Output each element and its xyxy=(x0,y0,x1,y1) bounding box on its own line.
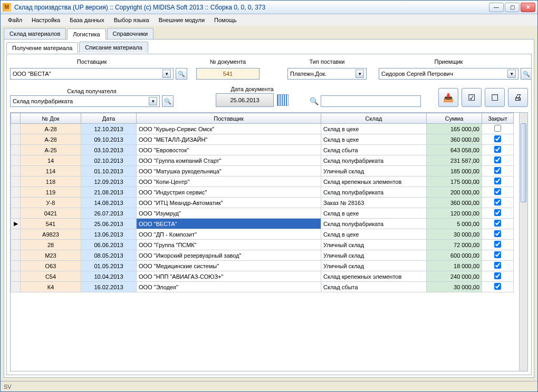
vertical-scrollbar[interactable] xyxy=(519,113,527,371)
menubar: ФайлНастройкаБаза данныхВыбор языкаВнешн… xyxy=(1,14,537,26)
table-row[interactable]: 11401.10.2013ООО "Матушка рукодельница"У… xyxy=(11,166,514,177)
close-button[interactable]: ✕ xyxy=(521,3,535,12)
receiver-combo[interactable]: Сидоров Сергей Петрович▾ xyxy=(379,68,518,80)
maximize-button[interactable]: ▢ xyxy=(505,3,520,12)
row-indicator xyxy=(11,208,21,219)
closed-checkbox[interactable] xyxy=(494,199,501,205)
closed-checkbox[interactable] xyxy=(494,283,501,290)
closed-checkbox[interactable] xyxy=(494,188,501,195)
docdate-button[interactable]: 25.06.2013 xyxy=(216,93,274,107)
table-row[interactable]: М2308.05.2013ООО "Ижорский резервуарный … xyxy=(11,250,514,261)
table-row[interactable]: С5410.04.2013ООО "НПП "АВИАГАЗ-СОЮЗ+"Скл… xyxy=(11,271,514,282)
warehouse-lookup-button[interactable]: 🔍 xyxy=(162,95,174,107)
closed-checkbox[interactable] xyxy=(494,135,501,142)
window-title: Склад произвдства (UP версия) :: Copyrig… xyxy=(14,4,489,11)
delivery-type-combo[interactable]: Платежн.Док.▾ xyxy=(287,68,367,80)
col-supplier[interactable]: Поставщик xyxy=(137,113,321,124)
row-indicator xyxy=(11,134,21,145)
main-tab-0[interactable]: Склад материалов xyxy=(4,28,66,39)
closed-checkbox[interactable] xyxy=(494,230,501,237)
table-row[interactable]: А-2503.10.2013ООО "Евровосток"Склад сбыт… xyxy=(11,145,514,155)
main-tab-2[interactable]: Справочники xyxy=(107,28,154,39)
row-indicator xyxy=(11,124,21,134)
row-indicator xyxy=(11,282,21,292)
chevron-down-icon: ▾ xyxy=(162,70,171,78)
data-grid: № Док Дата Поставщик Склад Сумма Закрыт … xyxy=(10,112,528,371)
table-row[interactable]: У-814.08.2013ООО "ИТЦ Меандр-Автоматик"З… xyxy=(11,198,514,208)
menu-item-4[interactable]: Внешние модули xyxy=(155,15,209,25)
search-input[interactable] xyxy=(321,95,421,107)
closed-checkbox[interactable] xyxy=(494,251,501,258)
sub-tab-0[interactable]: Получение материала xyxy=(6,42,78,53)
closed-checkbox[interactable] xyxy=(494,241,501,248)
sub-tab-body: Поставщик № документа Тип поставки Прием… xyxy=(6,54,532,375)
deselect-all-button[interactable]: ☐ xyxy=(485,88,505,107)
row-selector-header xyxy=(11,113,21,124)
table-row[interactable]: 1402.10.2013ООО "Группа компаний Старт"С… xyxy=(11,155,514,166)
closed-checkbox[interactable] xyxy=(494,167,501,174)
calendar-icon[interactable] xyxy=(277,94,289,106)
table-row[interactable]: 2806.06.2013ООО "Группа "ПСМК"Уличный ск… xyxy=(11,240,514,250)
app-icon: M xyxy=(3,3,11,12)
table-row[interactable]: 042126.07.2013ООО "Изумруд"Склад в цехе1… xyxy=(11,208,514,219)
warehouse-combo[interactable]: Склад полуфабриката▾ xyxy=(10,95,160,107)
sub-tab-1[interactable]: Списание материала xyxy=(79,42,148,53)
supplier-label: Поставщик xyxy=(10,57,174,66)
receiver-label: Приемщик xyxy=(379,57,518,66)
menu-item-1[interactable]: Настройка xyxy=(27,15,64,25)
col-warehouse[interactable]: Склад xyxy=(321,113,427,124)
receiver-lookup-button[interactable]: 🔍 xyxy=(521,68,532,80)
row-indicator xyxy=(11,271,21,282)
supplier-combo[interactable]: ООО "ВЕСТА"▾ xyxy=(10,68,174,80)
main-tab-1[interactable]: Логистика xyxy=(67,28,105,40)
table-row[interactable]: А982313.06.2013ООО "ДП - Композит"Склад … xyxy=(11,229,514,240)
form-row1-labels: Поставщик № документа Тип поставки Прием… xyxy=(10,57,528,80)
col-date[interactable]: Дата xyxy=(81,113,137,124)
closed-checkbox[interactable] xyxy=(494,178,501,184)
minimize-button[interactable]: — xyxy=(489,3,504,12)
select-all-button[interactable]: ☑ xyxy=(462,88,482,107)
table-row[interactable]: О6301.05.2013ООО "Медицинские системы"Ул… xyxy=(11,261,514,271)
docnum-field[interactable]: 541 xyxy=(196,68,260,80)
row-indicator xyxy=(11,240,21,250)
col-sum[interactable]: Сумма xyxy=(427,113,482,124)
chevron-down-icon: ▾ xyxy=(356,70,364,78)
table-row[interactable]: А-2809.10.2013ООО "МЕТАЛЛ-ДИЗАЙН"Склад в… xyxy=(11,134,514,145)
row-indicator xyxy=(11,250,21,261)
closed-checkbox[interactable] xyxy=(494,146,501,153)
tab-body: Получение материалаСписание материала По… xyxy=(4,39,534,378)
row-indicator xyxy=(11,198,21,208)
table-row[interactable]: 11921.08.2013ООО "Индустрия сервис"Склад… xyxy=(11,187,514,198)
titlebar: M Склад произвдства (UP версия) :: Copyr… xyxy=(1,1,537,14)
col-closed[interactable]: Закрыт xyxy=(482,113,514,124)
table-row[interactable]: А-2812.10.2013ООО "Курьер-Сервис Омск"Ск… xyxy=(11,124,514,134)
menu-item-0[interactable]: Файл xyxy=(4,15,26,25)
delivery-type-label: Тип поставки xyxy=(287,57,367,66)
closed-checkbox[interactable] xyxy=(494,262,501,269)
row-indicator xyxy=(11,187,21,198)
row-indicator xyxy=(11,145,21,155)
closed-checkbox[interactable] xyxy=(494,272,501,279)
row-indicator xyxy=(11,166,21,177)
table-row[interactable]: К416.02.2013ООО "Элодея"Склад сбыта30 00… xyxy=(11,282,514,292)
menu-item-2[interactable]: База данных xyxy=(65,15,109,25)
chevron-down-icon: ▾ xyxy=(507,70,516,78)
form-row2: Склад получателя Склад полуфабриката▾ 🔍 … xyxy=(10,85,528,107)
main-tabs: Склад материаловЛогистикаСправочники xyxy=(4,28,534,39)
print-button[interactable]: 🖨 xyxy=(508,88,528,107)
closed-checkbox[interactable] xyxy=(494,156,501,163)
table-row[interactable]: ▶54125.06.2013ООО "ВЕСТА"Склад полуфабри… xyxy=(11,219,514,229)
closed-checkbox[interactable] xyxy=(494,209,501,216)
search-icon[interactable]: 🔍 xyxy=(310,97,319,105)
closed-checkbox[interactable] xyxy=(494,220,501,227)
closed-checkbox[interactable] xyxy=(494,125,501,132)
warehouse-label: Склад получателя xyxy=(67,87,116,95)
menu-item-5[interactable]: Помощь xyxy=(210,15,241,25)
sub-tabs: Получение материалаСписание материала xyxy=(6,42,532,53)
import-button[interactable]: 📥 xyxy=(438,88,458,107)
supplier-lookup-button[interactable]: 🔍 xyxy=(176,68,187,80)
row-indicator xyxy=(11,229,21,240)
table-row[interactable]: 11812.09.2013ООО "Копи-Центр"Склад крепе… xyxy=(11,177,514,187)
col-doc[interactable]: № Док xyxy=(21,113,81,124)
menu-item-3[interactable]: Выбор языка xyxy=(110,15,153,25)
